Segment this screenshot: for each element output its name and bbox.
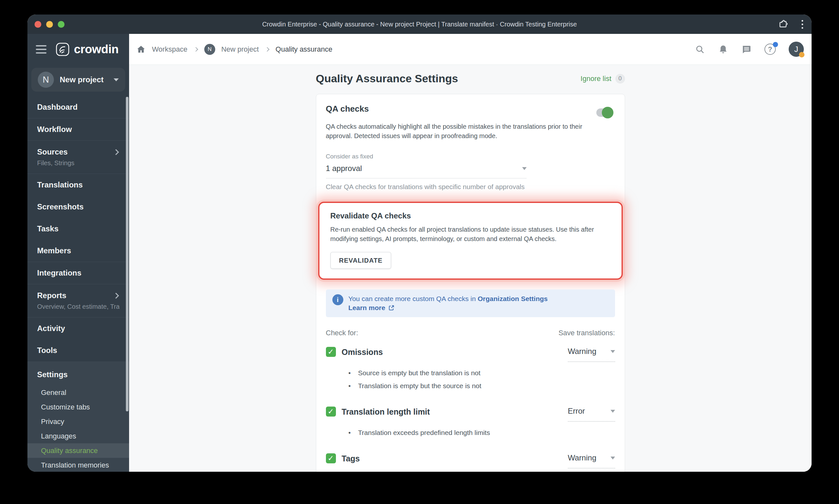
sidebar-item-subtitle: Overview, Cost estimate, Tran… [37,303,120,310]
sidebar-item-translations[interactable]: Translations [28,174,129,196]
extensions-icon[interactable] [778,19,788,29]
select-value: 1 approval [326,164,362,173]
breadcrumb-project-avatar: N [204,44,215,55]
severity-select-translation-length-limit[interactable]: Error [568,407,615,422]
sidebar-item-members[interactable]: Members [28,240,129,262]
check-for-label: Check for: [326,329,358,337]
save-translations-label: Save translations: [558,329,615,337]
learn-more-link[interactable]: Learn more [349,303,395,312]
severity-value: Warning [568,347,596,356]
sidebar-nav-group: ReportsOverview, Cost estimate, Tran… [28,284,129,318]
notifications-bell-icon[interactable] [718,44,728,55]
home-icon[interactable] [136,44,146,54]
user-initial: J [795,45,798,54]
window-controls [35,15,65,34]
close-window-button[interactable] [35,21,41,28]
severity-select-omissions[interactable]: Warning [568,347,615,362]
severity-value: Error [568,407,585,416]
info-icon: i [332,294,343,305]
user-avatar[interactable]: J [789,42,804,57]
bullet-dot: • [349,429,358,436]
breadcrumb-item-quality-assurance: Quality assurance [275,45,332,54]
sidebar-settings-block: Settings GeneralCustomize tabsPrivacyLan… [28,361,129,472]
revalidate-title: Revalidate QA checks [331,211,610,220]
select-caret-icon [610,350,615,353]
sidebar-nav-group: Workflow [28,119,129,141]
sidebar-item-label: Integrations [37,268,81,277]
sidebar-settings-item-customize-tabs[interactable]: Customize tabs [28,400,129,414]
severity-value: Warning [568,453,596,462]
qa-checks-title: QA checks [326,104,369,114]
ignore-list-link[interactable]: Ignore list 0 [581,74,625,84]
sidebar-nav-group: Integrations [28,262,129,284]
sidebar-settings-item-general[interactable]: General [28,385,129,400]
sidebar-item-integrations[interactable]: Integrations [28,262,129,284]
qa-settings-card: QA checks QA checks automatically highli… [316,94,625,472]
sidebar-item-label: Activity [37,324,65,333]
sidebar-item-settings[interactable]: Settings [28,364,129,385]
project-switcher[interactable]: N New project [31,68,125,92]
sidebar-item-dashboard[interactable]: Dashboard [28,96,129,118]
sidebar-item-label: Members [37,246,71,255]
sidebar-nav-group: Dashboard [28,96,129,119]
external-link-icon [388,305,395,311]
chevron-right-icon [265,47,269,51]
ignore-list-count: 0 [615,74,625,84]
consider-as-fixed-label: Consider as fixed [326,153,615,160]
checkbox-checked-icon[interactable]: ✓ [326,347,336,357]
bullet-text: Source is empty but the translation is n… [358,369,481,377]
zoom-window-button[interactable] [58,21,65,28]
check-bullet: •Translation is empty but the source is … [349,379,615,392]
sidebar-item-workflow[interactable]: Workflow [28,119,129,140]
sidebar-item-tasks[interactable]: Tasks [28,218,129,240]
content-area: Quality Assurance Settings Ignore list 0… [129,65,811,472]
consider-as-fixed-select[interactable]: 1 approval [326,164,526,178]
check-row-tags: ✓TagsWarning•Inconsistent tags in the so… [326,453,615,472]
sidebar-settings-item-translation-memories[interactable]: Translation memories [28,458,129,472]
sidebar-settings-item-quality-assurance[interactable]: Quality assurance [28,443,129,458]
help-icon[interactable]: ? [765,43,776,55]
note-text: You can create more custom QA checks in [349,295,476,302]
checkbox-checked-icon[interactable]: ✓ [326,453,336,463]
checkbox-checked-icon[interactable]: ✓ [326,407,336,417]
sidebar-item-activity[interactable]: Activity [28,318,129,339]
select-caret-icon [610,410,615,413]
bullet-dot: • [349,369,358,377]
bullet-text: Translation is empty but the source is n… [358,382,481,390]
brand-wordmark: crowdin [74,42,119,56]
chevron-down-icon [113,78,119,81]
sidebar-item-reports[interactable]: ReportsOverview, Cost estimate, Tran… [28,284,129,317]
breadcrumb-item-new-project[interactable]: New project [221,45,259,54]
sidebar-item-screenshots[interactable]: Screenshots [28,196,129,218]
menu-icon[interactable] [36,45,47,54]
minimize-window-button[interactable] [46,21,53,28]
sidebar-item-subtitle: Files, Strings [37,159,120,167]
sidebar-item-label: Tools [37,346,57,355]
info-note: i You can create more custom QA checks i… [326,289,615,317]
messages-icon[interactable] [741,44,752,55]
qa-checks-toggle[interactable] [596,108,612,117]
consider-as-fixed-helper: Clear QA checks for translations with sp… [326,183,615,191]
sidebar-settings-item-languages[interactable]: Languages [28,429,129,443]
sidebar-nav-group: ActivityTools [28,318,129,361]
check-label: Omissions [342,347,568,357]
select-caret-icon [522,167,526,170]
browser-menu-icon[interactable] [802,20,803,29]
sidebar-nav: DashboardWorkflowSourcesFiles, StringsTr… [28,96,129,361]
sidebar-settings-item-privacy[interactable]: Privacy [28,414,129,429]
sidebar-item-tools[interactable]: Tools [28,339,129,361]
search-icon[interactable] [695,44,705,55]
severity-select-tags[interactable]: Warning [568,453,615,468]
qa-checks-description: QA checks automatically highlight all th… [326,122,615,141]
check-bullet: •Translation exceeds predefined length l… [349,426,615,439]
select-caret-icon [610,456,615,460]
crowdin-logo[interactable]: crowdin [55,42,119,56]
breadcrumb-item-workspace[interactable]: Workspace [152,45,188,54]
sidebar-scrollbar[interactable] [126,97,128,411]
browser-tab-title: Crowdin Enterprise - Quality assurance -… [28,21,811,28]
sidebar-item-sources[interactable]: SourcesFiles, Strings [28,141,129,174]
revalidate-button[interactable]: REVALIDATE [331,252,391,269]
note-org-settings[interactable]: Organization Settings [478,295,548,302]
check-label: Translation length limit [342,407,568,417]
sidebar-item-label: Screenshots [37,202,84,211]
